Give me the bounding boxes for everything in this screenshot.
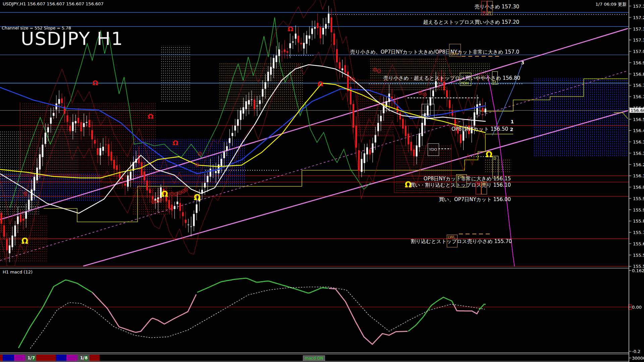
- omega-marker-yellow: Ω: [194, 193, 201, 202]
- orange-cloud-hatch: [220, 62, 304, 111]
- blue-cloud-hatch: [533, 78, 628, 157]
- macd-signal-line: [30, 287, 485, 348]
- macd-main-pink: [453, 304, 479, 314]
- omega-marker-red: Ω: [287, 25, 293, 33]
- macd-toggle-button[interactable]: macd ON: [303, 355, 325, 362]
- object-box-w[interactable]: W: [481, 182, 487, 194]
- macd-main-green: [408, 297, 453, 331]
- omega-marker-yellow: Ω: [161, 189, 168, 199]
- white-cloud-hatch: [160, 45, 190, 102]
- object-box-ydl[interactable]: YDL: [456, 174, 467, 187]
- object-box-ydo[interactable]: YDO: [428, 143, 439, 156]
- object-box-w[interactable]: W: [487, 1, 493, 15]
- omega-marker-red: Ω: [92, 79, 98, 87]
- object-box-d[interactable]: D: [492, 71, 498, 84]
- macd-main-pink: [329, 288, 408, 344]
- object-box-lwl[interactable]: LWL: [447, 235, 458, 247]
- price-pane[interactable]: ΩΩΩΩΩΩΩΩΩΩ: [0, 0, 629, 281]
- omega-marker-red: Ω: [317, 80, 323, 88]
- omega-marker-red: Ω: [148, 112, 153, 120]
- macd-main-green: [18, 280, 92, 348]
- omega-marker-yellow: Ω: [486, 150, 492, 159]
- omega-marker-yellow: Ω: [21, 236, 28, 246]
- omega-marker-red: Ω: [172, 139, 178, 147]
- price-chart-canvas[interactable]: ΩΩΩΩΩΩΩΩΩΩ: [0, 0, 644, 362]
- mt4-chart-window: ΩΩΩΩΩΩΩΩΩΩ USDJPY,H1 156.607 156.607 156…: [0, 0, 644, 362]
- omega-marker-yellow: Ω: [405, 180, 412, 189]
- object-box-ydc[interactable]: YDC: [422, 104, 434, 118]
- blue-cloud-hatch: [0, 173, 101, 201]
- macd-main-green: [197, 278, 328, 293]
- object-box-ydh[interactable]: YDH: [460, 73, 471, 86]
- macd-main-pink: [92, 292, 196, 332]
- object-box-lwh[interactable]: LWH: [449, 44, 461, 57]
- object-box-d[interactable]: D: [492, 156, 498, 178]
